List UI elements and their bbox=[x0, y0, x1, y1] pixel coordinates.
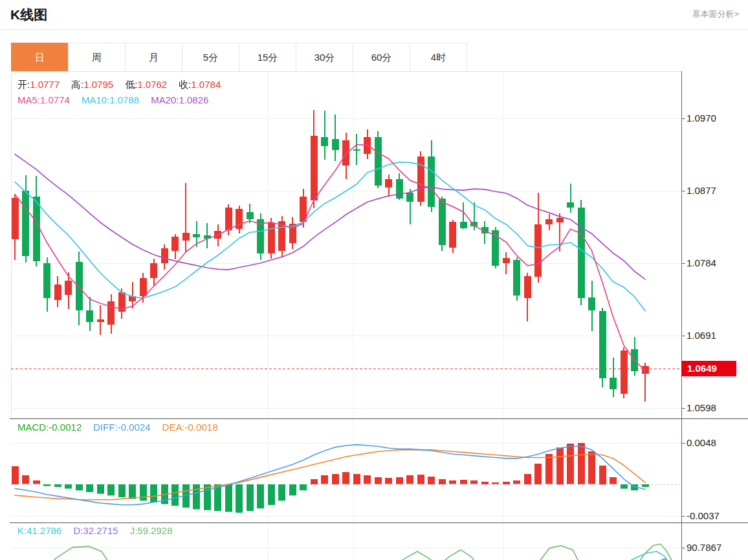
tab-month[interactable]: 月 bbox=[125, 43, 182, 72]
readout-pair: 收:1.0784 bbox=[179, 79, 221, 90]
readout-pair: DEA:-0.0018 bbox=[162, 422, 218, 433]
price-axis-label-tick bbox=[681, 263, 685, 264]
kdj-readout: K:41.2786D:32.2715J:59.2928 bbox=[17, 525, 184, 536]
fundamental-analysis-link[interactable]: 基本面分析> bbox=[692, 8, 739, 20]
readout-pair: 高:1.0795 bbox=[71, 79, 113, 90]
macd-axis-label-tick bbox=[681, 443, 685, 444]
tab-week[interactable]: 周 bbox=[68, 43, 126, 72]
price-axis-label: 1.0598 bbox=[687, 402, 716, 414]
ma-readout: MA5:1.0774MA10:1.0788MA20:1.0826 bbox=[17, 94, 220, 105]
kdj-axis-label-tick bbox=[681, 548, 685, 548]
readout-pair: J:59.2928 bbox=[130, 525, 173, 536]
macd-axis-label-tick bbox=[681, 516, 685, 517]
tab-60min[interactable]: 60分 bbox=[353, 43, 410, 72]
price-axis-line bbox=[681, 71, 682, 560]
macd-chart-canvas[interactable] bbox=[11, 419, 681, 522]
tab-30min[interactable]: 30分 bbox=[296, 43, 353, 72]
header-divider bbox=[0, 29, 748, 30]
price-axis-label-tick bbox=[681, 408, 685, 409]
last-price-badge: 1.0649 bbox=[681, 361, 736, 376]
readout-pair: DIFF:-0.0024 bbox=[93, 422, 150, 433]
readout-pair: MA10:1.0788 bbox=[82, 94, 139, 105]
readout-pair: K:41.2786 bbox=[17, 525, 61, 536]
tab-15min[interactable]: 15分 bbox=[239, 43, 296, 72]
price-axis-label: 1.0877 bbox=[687, 185, 716, 197]
ohlc-readout: 开:1.0777高:1.0795低:1.0762收:1.0784 bbox=[17, 79, 232, 91]
price-axis-label: 1.0691 bbox=[687, 330, 716, 341]
page-title: K线图 bbox=[10, 6, 47, 24]
kline-page: K线图 基本面分析> 日周月5分15分30分60分4时 开:1.0777高:1.… bbox=[0, 0, 748, 560]
price-chart-canvas[interactable] bbox=[11, 72, 681, 418]
readout-pair: MA5:1.0774 bbox=[17, 94, 70, 105]
readout-pair: MACD:-0.0012 bbox=[17, 422, 82, 433]
readout-pair: 低:1.0762 bbox=[125, 79, 167, 90]
price-axis-label-tick bbox=[681, 191, 685, 191]
price-axis-label-tick bbox=[681, 336, 685, 336]
price-axis-label: 1.0970 bbox=[687, 113, 716, 124]
macd-readout: MACD:-0.0012DIFF:-0.0024DEA:-0.0018 bbox=[17, 422, 229, 433]
tab-5min[interactable]: 5分 bbox=[182, 43, 239, 72]
readout-pair: D:32.2715 bbox=[73, 525, 118, 536]
macd-axis-label: -0.0037 bbox=[687, 510, 720, 522]
readout-pair: 开:1.0777 bbox=[17, 79, 60, 90]
readout-pair: MA20:1.0826 bbox=[151, 94, 208, 105]
tab-4h[interactable]: 4时 bbox=[410, 43, 467, 72]
kdj-axis-label: 90.7867 bbox=[687, 542, 721, 554]
tab-day[interactable]: 日 bbox=[11, 43, 69, 72]
macd-axis-label: 0.0048 bbox=[687, 437, 716, 449]
price-axis-label-tick bbox=[681, 118, 685, 119]
period-tabbar: 日周月5分15分30分60分4时 bbox=[11, 43, 467, 72]
price-axis-label: 1.0784 bbox=[687, 257, 716, 269]
